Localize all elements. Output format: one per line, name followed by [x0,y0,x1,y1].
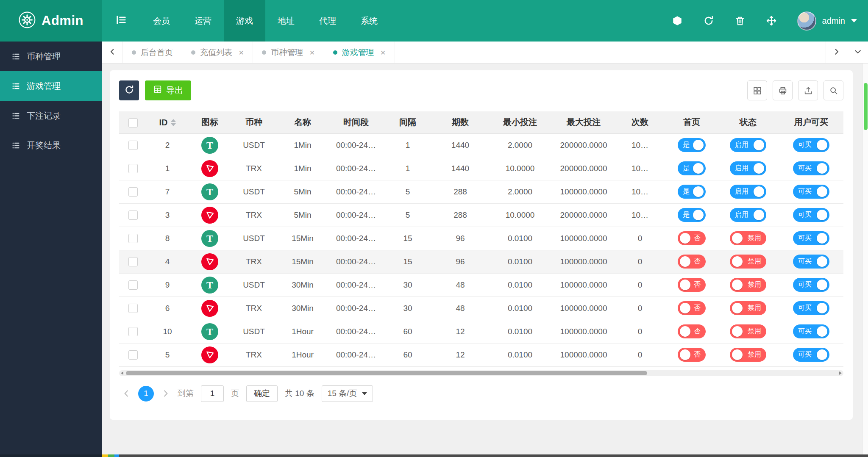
row-checkbox[interactable] [128,164,138,173]
tab-close-icon[interactable]: × [381,48,386,57]
sidebar: 币种管理游戏管理下注记录开奖结果 [0,42,102,454]
table-row: 3 TRX 5Min 00:00-24… 5 288 10.0000 20000… [119,203,843,227]
row-checkbox[interactable] [128,350,138,360]
buyable-toggle[interactable]: 可买 [793,301,829,315]
row-checkbox[interactable] [128,257,138,266]
sidebar-item-游戏管理[interactable]: 游戏管理 [0,71,102,101]
home-toggle[interactable]: 是 [678,208,706,222]
status-toggle[interactable]: 禁用 [730,348,766,362]
home-toggle[interactable]: 否 [678,278,706,292]
grid-columns-icon[interactable] [747,80,767,100]
row-checkbox[interactable] [128,234,138,243]
tabs-menu-button[interactable] [847,42,868,63]
status-toggle[interactable]: 禁用 [730,324,766,338]
column-header-ID[interactable]: ID [147,111,188,133]
tab-币种管理[interactable]: 币种管理× [253,42,324,63]
export-button[interactable]: 导出 [145,80,191,100]
home-toggle[interactable]: 否 [678,348,706,362]
sidebar-item-币种管理[interactable]: 币种管理 [0,42,102,71]
confirm-button[interactable]: 确定 [246,385,278,402]
cell-period: 00:00-24… [329,180,383,203]
status-toggle[interactable]: 启用 [730,161,766,175]
cell-select [119,250,147,273]
prev-page-button[interactable] [122,389,131,398]
refresh-icon[interactable] [703,15,715,27]
sort-icon[interactable] [171,119,176,126]
buyable-toggle[interactable]: 可买 [793,348,829,362]
home-toggle[interactable]: 是 [678,185,706,199]
buyable-toggle[interactable]: 可买 [793,278,829,292]
collapse-sidebar-button[interactable] [102,0,141,42]
status-toggle[interactable]: 启用 [730,208,766,222]
menu-item-运营[interactable]: 运营 [182,0,224,42]
buyable-toggle[interactable]: 可买 [793,161,829,175]
status-toggle[interactable]: 禁用 [730,255,766,269]
row-checkbox[interactable] [128,141,138,150]
select-all-checkbox[interactable] [128,118,138,127]
menu-item-游戏[interactable]: 游戏 [224,0,265,42]
tab-close-icon[interactable]: × [309,48,314,57]
cell-select [119,133,147,157]
status-toggle[interactable]: 禁用 [730,278,766,292]
vertical-scrollbar[interactable] [862,64,868,454]
move-arrows-icon[interactable] [766,15,777,27]
menu-item-地址[interactable]: 地址 [265,0,307,42]
home-toggle[interactable]: 是 [678,138,706,152]
chevron-down-icon [362,392,367,395]
printer-icon[interactable] [773,80,793,100]
goto-page-input[interactable] [201,385,224,402]
row-checkbox[interactable] [128,280,138,290]
menu-item-会员[interactable]: 会员 [141,0,182,42]
home-toggle[interactable]: 否 [678,301,706,315]
vertical-scrollbar-thumb[interactable] [864,83,868,130]
upload-icon[interactable] [798,80,818,100]
row-checkbox[interactable] [128,210,138,220]
page-size-select[interactable]: 15 条/页 [322,385,373,402]
horizontal-scrollbar[interactable] [119,370,843,376]
buyable-toggle[interactable]: 可买 [793,138,829,152]
home-toggle[interactable]: 否 [678,231,706,245]
tab-游戏管理[interactable]: 游戏管理× [324,42,395,63]
cell-max-bet: 100000.0000 [552,273,615,296]
page-number-button[interactable]: 1 [138,386,154,402]
next-page-button[interactable] [161,389,170,398]
row-checkbox[interactable] [128,304,138,313]
status-toggle[interactable]: 启用 [730,185,766,199]
buyable-toggle[interactable]: 可买 [793,324,829,338]
search-icon[interactable] [823,80,843,100]
cell-name: 5Min [276,203,329,227]
status-toggle[interactable]: 禁用 [730,231,766,245]
status-toggle[interactable]: 启用 [730,138,766,152]
cell-buyable: 可买 [778,203,843,227]
usdt-coin-icon: T [201,137,218,154]
menu-item-系统[interactable]: 系统 [348,0,390,42]
tab-后台首页[interactable]: 后台首页 [123,42,182,63]
tabs-scroll-right-button[interactable] [826,42,847,63]
tab-充值列表[interactable]: 充值列表× [182,42,253,63]
trash-icon[interactable] [734,15,746,27]
horizontal-scrollbar-thumb[interactable] [126,371,647,375]
sidebar-item-下注记录[interactable]: 下注记录 [0,101,102,130]
sidebar-item-开奖结果[interactable]: 开奖结果 [0,130,102,160]
top-menu: 会员运营游戏地址代理系统 [141,0,390,42]
user-menu[interactable]: admin [797,11,857,30]
row-checkbox[interactable] [128,327,138,336]
tab-close-icon[interactable]: × [239,48,244,57]
cell-min-bet: 0.0100 [488,250,552,273]
cell-periods: 96 [433,250,488,273]
home-toggle[interactable]: 是 [678,161,706,175]
row-checkbox[interactable] [128,187,138,197]
tabs-scroll-left-button[interactable] [102,42,123,63]
status-toggle[interactable]: 禁用 [730,301,766,315]
buyable-toggle[interactable]: 可买 [793,231,829,245]
home-toggle[interactable]: 否 [678,255,706,269]
home-toggle[interactable]: 否 [678,324,706,338]
buyable-toggle[interactable]: 可买 [793,185,829,199]
cell-times: 10… [615,133,665,157]
buyable-toggle[interactable]: 可买 [793,208,829,222]
cube-icon[interactable] [672,15,683,27]
menu-item-代理[interactable]: 代理 [307,0,348,42]
refresh-button[interactable] [119,80,139,100]
cell-period: 00:00-24… [329,203,383,227]
buyable-toggle[interactable]: 可买 [793,255,829,269]
